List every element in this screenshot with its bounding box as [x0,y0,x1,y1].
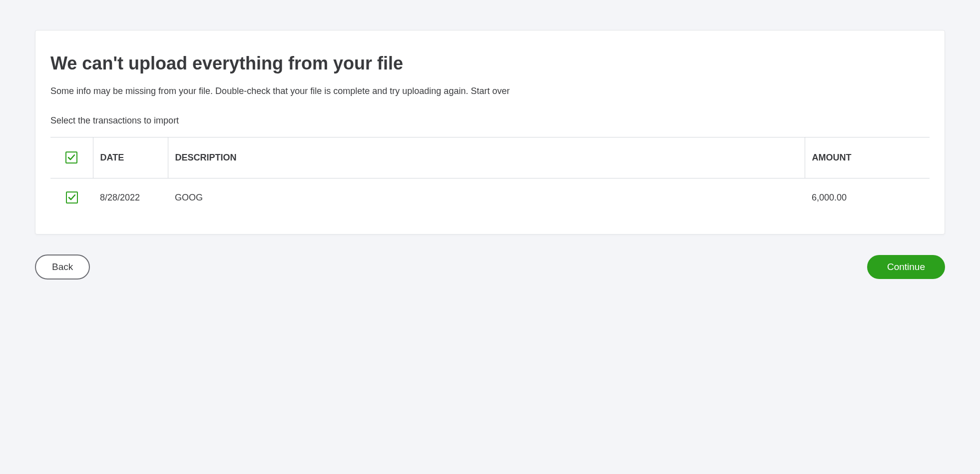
row-date: 8/28/2022 [93,178,168,210]
row-checkbox[interactable] [66,192,78,204]
subtitle-text: Some info may be missing from your file.… [50,86,930,96]
select-all-checkbox[interactable] [65,152,77,164]
table-row: 8/28/2022 GOOG 6,000.00 [50,178,930,210]
row-description: GOOG [168,178,805,210]
column-header-description: DESCRIPTION [168,138,805,178]
transactions-table: DATE DESCRIPTION AMOUNT 8/28/2022 GOOG 6… [50,137,930,209]
column-header-amount: AMOUNT [805,138,930,178]
continue-button[interactable]: Continue [867,255,945,279]
upload-error-card: We can't upload everything from your fil… [35,30,945,234]
check-icon [68,194,76,202]
page-title: We can't upload everything from your fil… [50,53,930,74]
row-amount: 6,000.00 [805,178,930,210]
header-checkbox-cell [50,138,93,178]
instruction-text: Select the transactions to import [50,116,930,126]
footer-actions: Back Continue [35,254,945,280]
column-header-date: DATE [93,138,168,178]
row-checkbox-cell [50,178,93,210]
back-button[interactable]: Back [35,254,90,280]
check-icon [67,154,75,162]
